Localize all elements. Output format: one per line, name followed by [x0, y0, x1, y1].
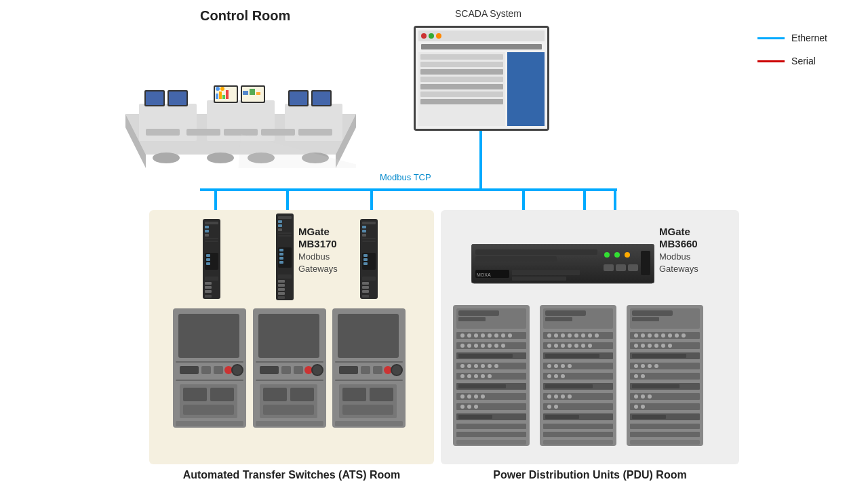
svg-point-202	[547, 333, 551, 338]
svg-point-155	[494, 333, 498, 338]
svg-rect-64	[279, 261, 283, 264]
svg-rect-265	[632, 354, 686, 358]
svg-point-94	[625, 252, 630, 258]
svg-point-205	[568, 333, 572, 338]
svg-point-273	[641, 374, 645, 378]
mgate-3660-model-text: MGate	[659, 226, 690, 237]
svg-rect-47	[206, 262, 210, 265]
svg-rect-46	[206, 258, 210, 261]
svg-rect-28	[186, 129, 220, 136]
svg-rect-97	[628, 264, 638, 271]
svg-point-169	[460, 364, 465, 368]
svg-rect-81	[363, 262, 368, 265]
svg-point-110	[232, 365, 243, 375]
svg-rect-134	[339, 366, 358, 374]
svg-point-279	[648, 394, 652, 399]
svg-rect-240	[545, 415, 579, 419]
mgate-3660-model-number: MB3660	[659, 238, 698, 249]
svg-rect-59	[278, 235, 292, 237]
svg-point-206	[574, 333, 578, 338]
svg-rect-130	[256, 421, 323, 426]
svg-rect-111	[176, 380, 243, 381]
svg-rect-122	[294, 366, 303, 374]
svg-rect-266	[630, 363, 700, 369]
scada-label: SCADA System	[420, 8, 556, 19]
svg-rect-188	[456, 403, 526, 410]
mgate-3170-desc: ModbusGateways	[298, 251, 338, 274]
scada-indicator-orange	[436, 33, 441, 39]
serial-line-icon	[757, 60, 785, 62]
control-room-illustration	[125, 26, 356, 168]
mgate-3660-rack: MOXA	[471, 244, 654, 285]
svg-point-268	[641, 364, 645, 368]
svg-rect-39	[205, 226, 209, 228]
svg-point-178	[474, 374, 478, 378]
svg-point-173	[488, 364, 492, 368]
svg-rect-231	[543, 393, 613, 400]
svg-point-191	[474, 405, 478, 409]
svg-point-92	[604, 252, 610, 258]
svg-rect-86	[362, 295, 369, 298]
svg-point-281	[634, 405, 638, 409]
svg-point-152	[474, 333, 478, 338]
mgate-3170-model-number: MB3170	[298, 238, 337, 249]
svg-rect-91	[475, 263, 597, 265]
svg-point-215	[574, 344, 578, 348]
svg-rect-225	[543, 373, 613, 380]
svg-rect-50	[205, 286, 212, 289]
svg-point-161	[474, 344, 478, 348]
svg-point-224	[568, 364, 572, 368]
mgate-3170-unit3	[359, 219, 380, 300]
svg-point-154	[488, 333, 492, 338]
svg-rect-80	[363, 258, 368, 261]
svg-rect-89	[475, 249, 597, 255]
svg-rect-100	[512, 270, 580, 275]
svg-rect-121	[281, 366, 291, 374]
svg-rect-51	[205, 290, 212, 293]
modbus-tcp-label: Modbus TCP	[380, 172, 431, 182]
svg-rect-246	[632, 310, 673, 316]
svg-rect-285	[630, 424, 700, 429]
svg-rect-286	[630, 432, 700, 437]
svg-point-177	[467, 374, 471, 378]
svg-rect-30	[261, 129, 295, 136]
control-room-label: Control Room	[200, 8, 290, 24]
svg-point-238	[554, 405, 558, 409]
svg-point-260	[648, 344, 652, 348]
svg-point-222	[554, 364, 558, 368]
pdu-unit-2	[540, 305, 618, 447]
svg-rect-48	[205, 277, 218, 281]
ats-room-label: Automated Transfer Switches (ATS) Room	[149, 469, 434, 481]
svg-point-138	[391, 365, 402, 375]
svg-rect-127	[263, 388, 287, 401]
svg-rect-49	[205, 282, 212, 285]
svg-rect-133	[335, 361, 403, 363]
svg-rect-95	[604, 264, 614, 271]
svg-rect-143	[342, 405, 393, 415]
svg-point-203	[554, 333, 558, 338]
svg-rect-38	[205, 222, 218, 224]
serial-label: Serial	[791, 56, 816, 66]
svg-point-159	[460, 344, 465, 348]
svg-point-151	[467, 333, 471, 338]
svg-rect-57	[278, 228, 282, 231]
svg-point-212	[554, 344, 558, 348]
svg-point-256	[682, 333, 686, 338]
svg-rect-195	[456, 432, 526, 437]
svg-rect-242	[543, 432, 613, 437]
svg-rect-230	[545, 384, 593, 388]
svg-rect-275	[632, 384, 679, 388]
scada-indicator-red	[421, 33, 427, 39]
svg-rect-220	[543, 363, 613, 369]
svg-rect-129	[263, 405, 314, 415]
svg-rect-75	[362, 234, 366, 237]
svg-rect-40	[205, 230, 209, 232]
svg-rect-90	[475, 256, 557, 262]
svg-point-213	[561, 344, 565, 348]
svg-point-187	[481, 394, 485, 399]
legend-ethernet: Ethernet	[757, 33, 827, 43]
svg-rect-116	[176, 421, 243, 426]
mgate-3660-label: MGate MB3660 ModbusGateways	[659, 226, 698, 274]
svg-rect-85	[362, 290, 369, 293]
svg-rect-236	[543, 403, 613, 410]
